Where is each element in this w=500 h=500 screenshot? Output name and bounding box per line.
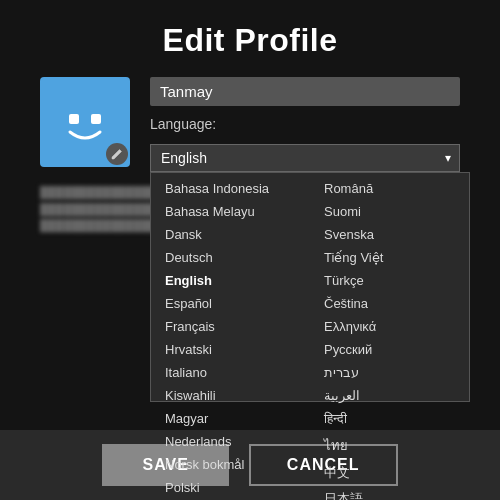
- dropdown-item-francais[interactable]: Français: [151, 315, 310, 338]
- profile-info: Language: English Bahasa IndonesiaBahasa…: [150, 77, 460, 172]
- avatar-face-svg: [55, 92, 115, 152]
- language-dropdown-wrapper: English Bahasa IndonesiaBahasa MelayuDan…: [150, 144, 460, 172]
- dropdown-item-norsk[interactable]: Norsk bokmål: [151, 453, 310, 476]
- page-title: Edit Profile: [0, 0, 500, 77]
- dropdown-item-suomi[interactable]: Suomi: [310, 200, 469, 223]
- dropdown-item-polski[interactable]: Polski: [151, 476, 310, 499]
- dropdown-item-dansk[interactable]: Dansk: [151, 223, 310, 246]
- dropdown-item-bahasa-melayu[interactable]: Bahasa Melayu: [151, 200, 310, 223]
- dropdown-item-hrvatski[interactable]: Hrvatski: [151, 338, 310, 361]
- dropdown-item-cestina[interactable]: Čeština: [310, 292, 469, 315]
- profile-section: Language: English Bahasa IndonesiaBahasa…: [0, 77, 500, 172]
- dropdown-item-ellinika[interactable]: Ελληνικά: [310, 315, 469, 338]
- svg-rect-1: [91, 114, 101, 124]
- svg-rect-0: [69, 114, 79, 124]
- dropdown-item-english[interactable]: English: [151, 269, 310, 292]
- language-dropdown-button[interactable]: English: [150, 144, 460, 172]
- dropdown-item-espanol[interactable]: Español: [151, 292, 310, 315]
- dropdown-item-japanese[interactable]: 日本語: [310, 486, 469, 500]
- dropdown-item-hindi[interactable]: हिन्दी: [310, 407, 469, 431]
- language-selected-value: English: [161, 150, 207, 166]
- dropdown-item-magyar[interactable]: Magyar: [151, 407, 310, 430]
- edit-pencil-icon[interactable]: [106, 143, 128, 165]
- name-input[interactable]: [150, 77, 460, 106]
- dropdown-item-ivrit[interactable]: עברית: [310, 361, 469, 384]
- dropdown-item-turkce[interactable]: Türkçe: [310, 269, 469, 292]
- dropdown-item-nederlands[interactable]: Nederlands: [151, 430, 310, 453]
- dropdown-item-chinese[interactable]: 中文: [310, 460, 469, 486]
- dropdown-col-right: RomânăSuomiSvenskaTiếng ViệtTürkçeČeštin…: [310, 173, 469, 401]
- language-label: Language:: [150, 116, 460, 132]
- dropdown-item-deutsch[interactable]: Deutsch: [151, 246, 310, 269]
- dropdown-item-kiswahili[interactable]: Kiswahili: [151, 384, 310, 407]
- dropdown-item-arabic[interactable]: العربية: [310, 384, 469, 407]
- dropdown-col-left: Bahasa IndonesiaBahasa MelayuDanskDeutsc…: [151, 173, 310, 401]
- avatar-wrapper: [40, 77, 130, 167]
- dropdown-item-bahasa-indonesia[interactable]: Bahasa Indonesia: [151, 177, 310, 200]
- language-dropdown-menu[interactable]: Bahasa IndonesiaBahasa MelayuDanskDeutsc…: [150, 172, 470, 402]
- dropdown-item-svenska[interactable]: Svenska: [310, 223, 469, 246]
- dropdown-item-italiano[interactable]: Italiano: [151, 361, 310, 384]
- dropdown-item-tieng-viet[interactable]: Tiếng Việt: [310, 246, 469, 269]
- dropdown-item-thai[interactable]: ไทย: [310, 431, 469, 460]
- dropdown-item-russkiy[interactable]: Русский: [310, 338, 469, 361]
- dropdown-item-romana[interactable]: Română: [310, 177, 469, 200]
